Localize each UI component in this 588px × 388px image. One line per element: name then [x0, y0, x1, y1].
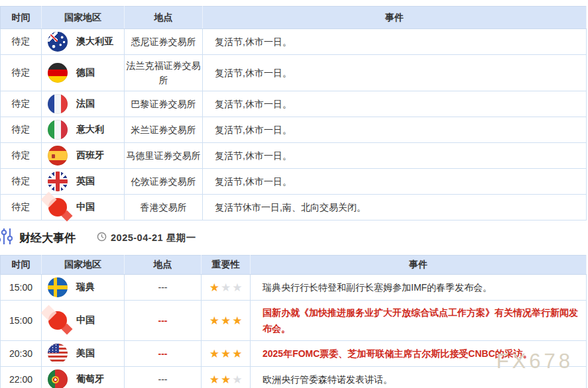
country-name: 葡萄牙 — [76, 373, 104, 385]
event-cell: 复活节休市一日,南、北向交易关闭。 — [203, 195, 587, 220]
event-time: 20:30 — [1, 341, 42, 367]
flag-icon — [48, 120, 68, 140]
place-cell: 巴黎证券交易所 — [125, 91, 203, 117]
country-name: 美国 — [76, 348, 95, 360]
country-cell: 英国 — [42, 169, 125, 195]
place-cell: --- — [125, 301, 202, 341]
country-cell: 澳大利亚 — [42, 29, 125, 55]
table-header-row: 时间 国家地区 地点 重要性 事件 — [1, 256, 587, 275]
event-cell: 国新办就《加快推进服务业扩大开放综合试点工作方案》有关情况举行新闻发布会。 — [251, 301, 587, 341]
flag-icon — [48, 63, 68, 83]
table-header-row: 时间 国家地区 地点 事件 — [1, 7, 587, 29]
event-cell: 复活节,休市一日。 — [203, 29, 587, 55]
event-time: 待定 — [1, 195, 42, 220]
event-cell: 2025年FOMC票委、芝加哥联储主席古尔斯比接受CNBC的采访。 — [251, 341, 587, 367]
event-time: 待定 — [1, 29, 42, 55]
table-row: 待定 意大利 米兰证券交易所 复活节,休市一日。 — [1, 117, 587, 143]
event-time: 22:00 — [1, 367, 42, 388]
market-holiday-table: 时间 国家地区 地点 事件 待定 澳大利亚 悉尼证券交易所 复活节,休市一日。 … — [0, 6, 587, 220]
header-event: 事件 — [203, 7, 587, 29]
star-icon — [232, 373, 242, 386]
place-cell: 马德里证券交易所 — [125, 143, 203, 169]
place-cell: 伦敦证券交易所 — [125, 169, 203, 195]
place-cell: 悉尼证券交易所 — [125, 29, 203, 55]
event-time: 待定 — [1, 91, 42, 117]
table-row: 待定 中国 香港交易所 复活节休市一日,南、北向交易关闭。 — [1, 195, 587, 220]
star-icon — [221, 373, 231, 386]
table-row: 15:00 瑞典 --- 瑞典央行行长特登和副行长塞姆参加IMF的春季发布会。 — [1, 275, 587, 301]
header-country: 国家地区 — [42, 7, 125, 29]
star-icon — [209, 315, 219, 327]
importance-stars — [209, 349, 243, 360]
clock-icon — [97, 232, 107, 244]
flag-icon — [48, 197, 68, 217]
flag-icon — [48, 277, 68, 297]
importance-stars — [209, 283, 243, 293]
star-icon — [209, 281, 219, 294]
event-time: 待定 — [1, 169, 42, 195]
country-cell: 中国 — [42, 195, 125, 220]
economic-calendar-page: 时间 国家地区 地点 事件 待定 澳大利亚 悉尼证券交易所 复活节,休市一日。 … — [0, 0, 588, 388]
star-icon — [221, 281, 231, 294]
event-time: 待定 — [1, 55, 42, 91]
event-cell: 欧洲央行管委森特诺发表讲话。 — [251, 367, 587, 388]
importance-cell — [202, 301, 251, 341]
star-icon — [209, 348, 219, 360]
table-row: 待定 澳大利亚 悉尼证券交易所 复活节,休市一日。 — [1, 29, 587, 55]
country-name: 德国 — [76, 67, 95, 79]
event-cell: 复活节,休市一日。 — [203, 55, 587, 91]
event-cell: 复活节,休市一日。 — [203, 169, 587, 195]
event-cell: 瑞典央行行长特登和副行长塞姆参加IMF的春季发布会。 — [251, 275, 587, 301]
country-name: 意大利 — [76, 124, 104, 136]
table-row: 待定 法国 巴黎证券交易所 复活节,休市一日。 — [1, 91, 587, 117]
event-time: 15:00 — [1, 301, 42, 341]
importance-cell — [202, 367, 251, 388]
country-name: 英国 — [76, 175, 95, 187]
flag-icon — [48, 344, 68, 364]
flag-icon — [48, 311, 68, 330]
header-importance: 重要性 — [202, 256, 251, 275]
flag-icon — [48, 94, 68, 114]
table-row: 待定 西班牙 马德里证券交易所 复活节,休市一日。 — [1, 143, 587, 169]
country-cell: 葡萄牙 — [42, 367, 125, 388]
header-place: 地点 — [125, 7, 203, 29]
header-country: 国家地区 — [42, 256, 125, 275]
importance-stars — [209, 375, 243, 385]
table-row: 待定 德国 法兰克福证券交易所 复活节,休市一日。 — [1, 55, 587, 91]
place-cell: 香港交易所 — [125, 195, 203, 220]
major-events-table: 时间 国家地区 地点 重要性 事件 15:00 瑞典 --- 瑞典央行行长特登和… — [0, 255, 587, 388]
event-time: 待定 — [1, 143, 42, 169]
flag-icon — [48, 32, 68, 52]
section-title: 财经大事件 — [19, 230, 76, 246]
place-cell: --- — [125, 275, 202, 301]
header-event: 事件 — [251, 256, 587, 275]
importance-stars — [209, 316, 243, 326]
importance-cell — [202, 275, 251, 301]
section-date-wrap: 2025-04-21 星期一 — [97, 232, 196, 244]
place-cell: 法兰克福证券交易所 — [125, 55, 203, 91]
flag-icon — [48, 369, 68, 388]
place-cell: --- — [125, 367, 202, 388]
event-cell: 复活节,休市一日。 — [203, 143, 587, 169]
table-row: 15:00 中国 --- 国新办就《加快推进服务业扩大开放综合试点工作方案》有关… — [1, 301, 587, 341]
country-cell: 美国 — [42, 341, 125, 367]
country-name: 澳大利亚 — [76, 36, 113, 48]
star-icon — [221, 348, 231, 360]
country-cell: 西班牙 — [42, 143, 125, 169]
country-cell: 中国 — [42, 301, 125, 341]
event-time: 15:00 — [1, 275, 42, 301]
section-date: 2025-04-21 星期一 — [111, 232, 196, 244]
star-icon — [209, 373, 219, 386]
country-name: 中国 — [76, 201, 95, 213]
country-cell: 意大利 — [42, 117, 125, 143]
flag-icon — [48, 171, 68, 191]
star-icon — [232, 281, 242, 294]
section-header: 财经大事件 2025-04-21 星期一 — [0, 220, 588, 255]
table-row: 22:00 葡萄牙 --- 欧洲央行管委森特诺发表讲话。 — [1, 367, 587, 388]
country-name: 瑞典 — [76, 281, 95, 293]
event-cell: 复活节,休市一日。 — [203, 117, 587, 143]
importance-cell — [202, 341, 251, 367]
country-name: 中国 — [76, 315, 95, 326]
flag-icon — [48, 146, 68, 166]
place-cell: 米兰证券交易所 — [125, 117, 203, 143]
